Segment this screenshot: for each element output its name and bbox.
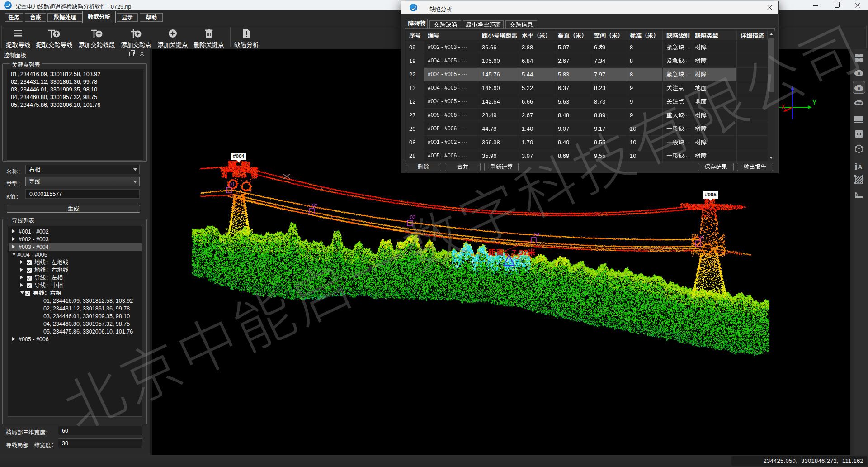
svg-text:H: H <box>858 86 861 91</box>
svg-text:A: A <box>858 163 863 171</box>
svg-text:R: R <box>858 71 861 76</box>
